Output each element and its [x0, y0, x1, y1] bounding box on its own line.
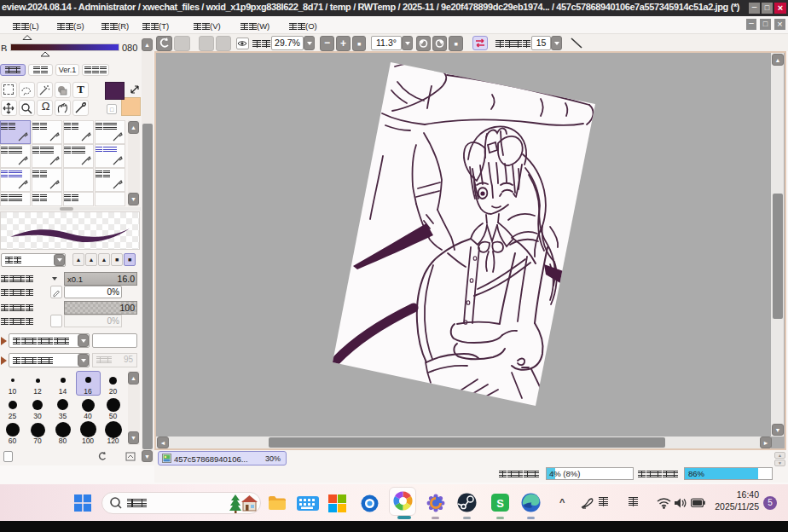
svg-text:S: S	[496, 497, 504, 510]
